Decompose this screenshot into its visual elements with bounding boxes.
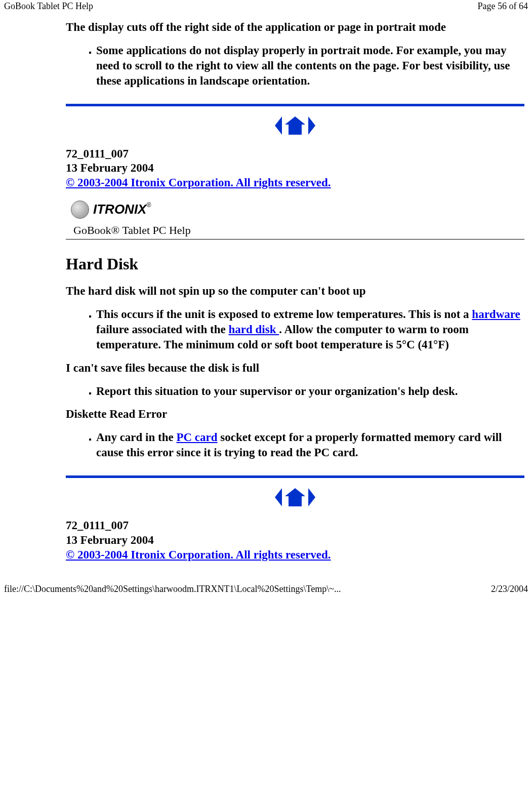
issue-display-cutoff: The display cuts off the right side of t… <box>66 21 524 34</box>
footer-path: file://C:\Documents%20and%20Settings\har… <box>4 584 341 594</box>
doc-code: 72_0111_007 <box>66 519 524 533</box>
doc-code: 72_0111_007 <box>66 147 524 162</box>
hard-disk-link[interactable]: hard disk <box>229 323 279 336</box>
bullet-list-boot: This occurs if the unit is exposed to ex… <box>66 307 524 352</box>
hardware-link[interactable]: hardware <box>472 308 520 321</box>
prev-icon[interactable] <box>275 116 282 135</box>
prev-icon[interactable] <box>275 488 282 506</box>
copyright-link[interactable]: © 2003-2004 Itronix Corporation. All rig… <box>66 176 331 189</box>
doc-date: 13 February 2004 <box>66 161 524 176</box>
list-item: Some applications do not display properl… <box>96 43 524 89</box>
copyright-link[interactable]: © 2003-2004 Itronix Corporation. All rig… <box>66 548 331 561</box>
footer-date: 2/23/2004 <box>491 584 528 594</box>
issue-diskette: Diskette Read Error <box>66 408 524 421</box>
doc-info-block: 72_0111_007 13 February 2004 © 2003-2004… <box>66 147 524 190</box>
globe-icon <box>71 201 89 219</box>
bullet-list-1: Some applications do not display properl… <box>66 43 524 89</box>
header-page-info: Page 56 of 64 <box>478 1 528 12</box>
list-item: Report this situation to your supervisor… <box>96 384 524 399</box>
brand-line: GoBook® Tablet PC Help <box>73 224 524 237</box>
separator-line <box>66 104 524 106</box>
main-content: The display cuts off the right side of t… <box>66 21 524 563</box>
home-icon[interactable] <box>285 116 305 135</box>
issue-disk-full: I can't save files because the disk is f… <box>66 362 524 375</box>
list-item: This occurs if the unit is exposed to ex… <box>96 307 524 352</box>
bullet-list-diskette: Any card in the PC card socket except fo… <box>66 430 524 460</box>
doc-info-block-2: 72_0111_007 13 February 2004 © 2003-2004… <box>66 519 524 562</box>
heading-hard-disk: Hard Disk <box>66 255 524 273</box>
nav-icons <box>66 116 524 137</box>
next-icon[interactable] <box>308 116 315 135</box>
list-item: Any card in the PC card socket except fo… <box>96 430 524 460</box>
issue-boot: The hard disk will not spin up so the co… <box>66 285 524 298</box>
separator-line-2 <box>66 475 524 478</box>
logo-section: ITRONIX® <box>71 201 524 219</box>
bullet-list-full: Report this situation to your supervisor… <box>66 384 524 399</box>
header-title: GoBook Tablet PC Help <box>4 1 93 12</box>
page-footer: file://C:\Documents%20and%20Settings\har… <box>0 583 532 595</box>
next-icon[interactable] <box>308 488 315 506</box>
logo-text: ITRONIX® <box>93 202 151 217</box>
nav-icons-2 <box>66 488 524 508</box>
page-header: GoBook Tablet PC Help Page 56 of 64 <box>0 0 532 13</box>
pc-card-link[interactable]: PC card <box>176 431 217 444</box>
brand-underline <box>66 239 524 240</box>
home-icon[interactable] <box>285 488 305 506</box>
doc-date: 13 February 2004 <box>66 533 524 548</box>
